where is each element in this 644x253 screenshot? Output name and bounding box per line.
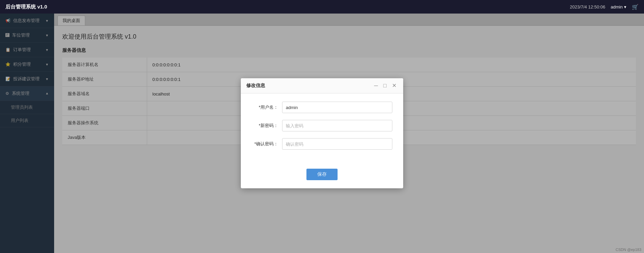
modal-body: *用户名： *新密码： *确认密码：	[241, 93, 403, 165]
form-label-confirm-password: *确认密码：	[252, 141, 282, 147]
modal-minimize-button[interactable]: ─	[373, 82, 379, 89]
form-input-confirm-password[interactable]	[282, 138, 392, 150]
user-dropdown-icon: ▾	[624, 4, 626, 9]
form-label-new-password: *新密码：	[252, 123, 282, 129]
modal-overlay: 修改信息 ─ □ ✕ *用户名： *新密码： *确认密码： 保存	[0, 14, 644, 253]
username-label: admin	[611, 4, 623, 9]
app-header: 后台管理系统 v1.0 2023/7/4 12:50:06 admin ▾ 🛒	[0, 0, 644, 14]
user-menu-button[interactable]: admin ▾	[611, 4, 626, 9]
modal-footer: 保存	[241, 165, 403, 188]
header-datetime: 2023/7/4 12:50:06	[570, 4, 605, 9]
header-right: 2023/7/4 12:50:06 admin ▾ 🛒	[570, 4, 639, 10]
form-input-username[interactable]	[282, 102, 392, 113]
modal-title: 修改信息	[246, 83, 265, 89]
form-row-confirm-password: *确认密码：	[252, 138, 392, 150]
modal-dialog: 修改信息 ─ □ ✕ *用户名： *新密码： *确认密码： 保存	[241, 78, 403, 188]
modal-maximize-button[interactable]: □	[382, 82, 388, 89]
form-input-new-password[interactable]	[282, 120, 392, 131]
save-button[interactable]: 保存	[306, 169, 338, 180]
app-title: 后台管理系统 v1.0	[5, 4, 47, 10]
modal-controls: ─ □ ✕	[373, 82, 398, 89]
modal-close-button[interactable]: ✕	[391, 82, 398, 89]
cart-icon[interactable]: 🛒	[632, 4, 639, 10]
form-label-username: *用户名：	[252, 104, 282, 110]
modal-header: 修改信息 ─ □ ✕	[241, 78, 403, 93]
form-row-username: *用户名：	[252, 102, 392, 113]
form-row-new-password: *新密码：	[252, 120, 392, 131]
